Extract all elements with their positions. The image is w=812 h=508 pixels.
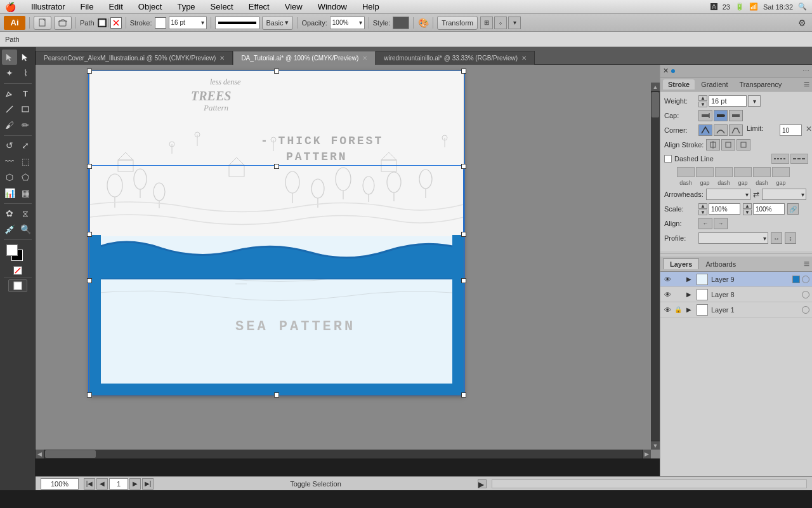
- dash-icon-2[interactable]: [790, 154, 808, 164]
- layer-1-visibility[interactable]: 👁: [663, 305, 672, 314]
- dashed-checkbox[interactable]: [664, 155, 672, 163]
- next-page-btn[interactable]: ▶: [129, 478, 141, 490]
- sel-handle-full-mr[interactable]: [461, 232, 466, 237]
- menu-effect[interactable]: Effect: [246, 2, 272, 11]
- sel-handle-tl[interactable]: [87, 164, 92, 169]
- limit-input[interactable]: 10: [780, 124, 802, 136]
- layer-8-lock[interactable]: [674, 290, 683, 299]
- hscroll-thumb[interactable]: [45, 450, 96, 458]
- fill-color-box[interactable]: [110, 17, 122, 29]
- sel-handle-full-tl[interactable]: [87, 69, 92, 74]
- align-right-icon[interactable]: →: [714, 218, 728, 229]
- transform-btn[interactable]: Transform: [437, 16, 478, 30]
- align-inside[interactable]: [721, 139, 735, 150]
- graph-tool[interactable]: 📊: [2, 185, 17, 201]
- stroke-panel-menu[interactable]: ≡: [804, 79, 809, 90]
- menu-select[interactable]: Select: [208, 2, 236, 11]
- sel-handle-full-bm[interactable]: [274, 392, 279, 398]
- warp-tool[interactable]: 〰: [2, 154, 17, 169]
- scroll-thumb[interactable]: [652, 92, 659, 117]
- layer-row-1[interactable]: 👁 🔒 ▶ Layer 1: [660, 302, 812, 318]
- scale2-stepper[interactable]: ▲ ▼: [743, 203, 752, 215]
- weight-value[interactable]: 16 pt: [709, 95, 747, 107]
- layer-8-expand[interactable]: ▶: [684, 290, 693, 299]
- layer-row-9[interactable]: 👁 ▶ Layer 9: [660, 272, 812, 287]
- sel-handle-full-tr[interactable]: [461, 69, 466, 74]
- scale2-down[interactable]: ▼: [743, 210, 752, 215]
- profile-flip-v[interactable]: ↕: [785, 232, 796, 244]
- corner-round[interactable]: [714, 124, 728, 136]
- menu-help[interactable]: Help: [360, 2, 382, 11]
- scale1-up[interactable]: ▲: [698, 203, 707, 209]
- apple-menu[interactable]: 🍎: [5, 2, 16, 12]
- menu-edit[interactable]: Edit: [106, 2, 125, 11]
- search-icon[interactable]: 🔍: [798, 3, 807, 11]
- dash1[interactable]: [677, 167, 695, 177]
- fill-swatch[interactable]: [6, 244, 18, 256]
- line-tool[interactable]: [2, 102, 17, 117]
- layers-panel-menu[interactable]: ≡: [804, 258, 809, 270]
- distort-btn[interactable]: ⬦: [494, 17, 507, 29]
- align-btn[interactable]: ⊞: [480, 17, 493, 29]
- profile-select[interactable]: ▾: [698, 232, 768, 244]
- weight-stepper[interactable]: ▲ ▼: [698, 95, 707, 107]
- gap1[interactable]: [696, 167, 714, 177]
- more-btn[interactable]: ▾: [508, 17, 521, 29]
- sel-handle-full-bl[interactable]: [87, 392, 92, 398]
- panel-toggle-icon[interactable]: ⚙: [796, 17, 808, 29]
- scale1-stepper[interactable]: ▲ ▼: [698, 203, 707, 215]
- scale-val2[interactable]: 100%: [753, 203, 785, 215]
- corner-miter[interactable]: [698, 124, 712, 136]
- fill-mode-btn[interactable]: [8, 279, 27, 292]
- cap-butt[interactable]: [698, 110, 712, 121]
- layer-9-lock[interactable]: [674, 275, 683, 284]
- blend-tool[interactable]: ⧖: [18, 206, 33, 221]
- dash3[interactable]: [753, 167, 771, 177]
- gap2[interactable]: [734, 167, 752, 177]
- scroll-down-btn[interactable]: ▼: [651, 441, 660, 450]
- pencil-tool[interactable]: ✏: [18, 117, 33, 133]
- sel-handle-tm[interactable]: [274, 164, 279, 169]
- weight-up[interactable]: ▲: [698, 95, 707, 101]
- dash-icon-1[interactable]: [771, 154, 789, 164]
- vertical-scrollbar[interactable]: ▲ ▼: [651, 83, 660, 450]
- new-doc-button[interactable]: [34, 16, 51, 30]
- scale2-up[interactable]: ▲: [743, 203, 752, 209]
- tab-1[interactable]: DA_Tutorial.ai* @ 100% (CMYK/Preview) ✕: [233, 51, 376, 65]
- stroke-color-swatch[interactable]: [155, 17, 166, 29]
- column-graph-tool[interactable]: ▦: [18, 185, 33, 201]
- transparency-tab[interactable]: Transparency: [734, 79, 787, 90]
- layer-9-visibility[interactable]: 👁: [663, 275, 672, 284]
- last-page-btn[interactable]: ▶|: [142, 478, 154, 490]
- arrowhead-swap[interactable]: ⇄: [753, 189, 759, 200]
- direct-selection-tool[interactable]: [18, 50, 33, 65]
- horizontal-scrollbar[interactable]: ◀ ▶: [36, 450, 651, 458]
- basic-label-btn[interactable]: Basic▾: [262, 16, 294, 30]
- sel-handle-ml[interactable]: [87, 278, 92, 283]
- gap3[interactable]: [772, 167, 790, 177]
- bottom-hscroll[interactable]: [492, 479, 807, 488]
- magic-wand-tool[interactable]: ✦: [2, 65, 17, 81]
- menu-illustrator[interactable]: Illustrator: [29, 2, 67, 11]
- cap-projecting[interactable]: [729, 110, 743, 121]
- arrowhead-start[interactable]: ▾: [706, 189, 750, 200]
- sel-handle-full-br[interactable]: [461, 392, 466, 398]
- menu-window[interactable]: Window: [315, 2, 350, 11]
- menu-object[interactable]: Object: [136, 2, 165, 11]
- lasso-tool[interactable]: ⌇: [18, 65, 33, 81]
- symbol-tool[interactable]: ✿: [2, 206, 17, 221]
- selection-tool[interactable]: [2, 50, 17, 65]
- eyedropper-tool[interactable]: 💉: [2, 222, 17, 237]
- tab-close-2[interactable]: ✕: [521, 55, 527, 62]
- scale-link-btn[interactable]: 🔗: [787, 203, 799, 215]
- stroke-weight-selector[interactable]: 16 pt▾: [169, 17, 207, 29]
- recolor-icon[interactable]: 🎨: [417, 17, 429, 29]
- layer-1-lock[interactable]: 🔒: [674, 305, 683, 314]
- shape-builder-tool[interactable]: ⬡: [2, 170, 17, 185]
- sel-handle-full-ml[interactable]: [87, 232, 92, 237]
- arrowhead-end[interactable]: ▾: [762, 189, 806, 200]
- panel-expand-icon[interactable]: ⋯: [802, 67, 809, 75]
- tab-close-0[interactable]: ✕: [219, 55, 225, 62]
- align-left-icon[interactable]: ←: [698, 218, 712, 229]
- zoom-indicator[interactable]: 100%: [41, 478, 79, 490]
